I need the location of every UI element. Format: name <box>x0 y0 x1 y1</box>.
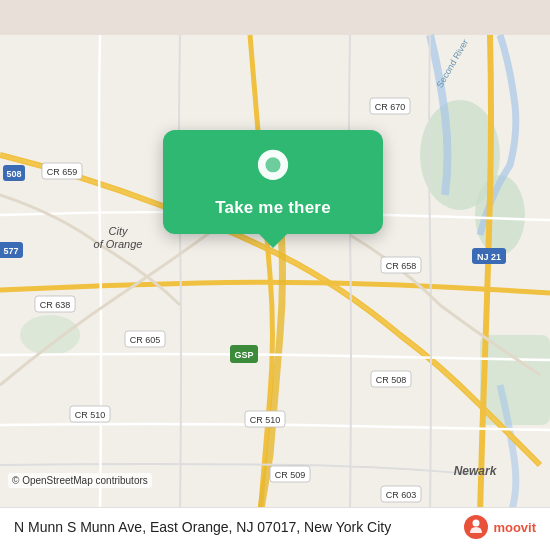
map-container: CR 659 508 CR 670 577 CR 638 CR 605 GSP … <box>0 0 550 550</box>
osm-attribution: © OpenStreetMap contributors <box>8 473 152 488</box>
location-pin-icon <box>252 148 294 190</box>
svg-text:GSP: GSP <box>234 350 253 360</box>
moovit-logo: moovit <box>463 514 536 540</box>
svg-text:CR 658: CR 658 <box>386 261 417 271</box>
svg-text:CR 603: CR 603 <box>386 490 417 500</box>
take-me-there-button[interactable]: Take me there <box>215 198 331 218</box>
svg-text:CR 605: CR 605 <box>130 335 161 345</box>
svg-text:CR 509: CR 509 <box>275 470 306 480</box>
svg-text:CR 670: CR 670 <box>375 102 406 112</box>
svg-text:508: 508 <box>6 169 21 179</box>
svg-text:Newark: Newark <box>454 464 498 478</box>
svg-text:CR 510: CR 510 <box>250 415 281 425</box>
address-text: N Munn S Munn Ave, East Orange, NJ 07017… <box>14 519 391 535</box>
attribution-text: © OpenStreetMap contributors <box>12 475 148 486</box>
svg-text:CR 508: CR 508 <box>376 375 407 385</box>
svg-text:CR 510: CR 510 <box>75 410 106 420</box>
svg-point-4 <box>20 315 80 355</box>
moovit-brand-name: moovit <box>493 520 536 535</box>
popup-card[interactable]: Take me there <box>163 130 383 234</box>
svg-text:577: 577 <box>3 246 18 256</box>
svg-text:of Orange: of Orange <box>94 238 143 250</box>
svg-text:CR 638: CR 638 <box>40 300 71 310</box>
map-svg: CR 659 508 CR 670 577 CR 638 CR 605 GSP … <box>0 0 550 550</box>
moovit-brand-icon <box>463 514 489 540</box>
svg-point-40 <box>473 520 480 527</box>
svg-text:NJ 21: NJ 21 <box>477 252 501 262</box>
svg-text:CR 659: CR 659 <box>47 167 78 177</box>
svg-text:City: City <box>109 225 129 237</box>
